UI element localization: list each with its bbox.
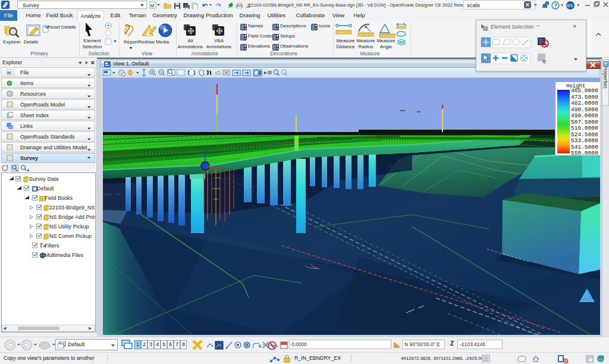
svg-text:M: M — [7, 70, 11, 76]
svg-text:?: ? — [554, 2, 558, 8]
svg-text:BS: BS — [567, 3, 573, 8]
svg-text:M: M — [150, 3, 154, 8]
